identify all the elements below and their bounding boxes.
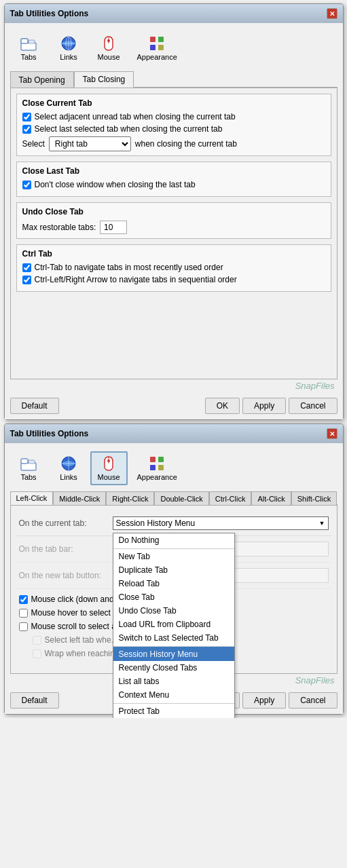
toolbar-links-label: Links — [60, 53, 77, 61]
left-click-tab[interactable]: Left-Click — [10, 491, 54, 505]
svg-rect-10 — [150, 37, 156, 42]
toolbar-1: Tabs Links — [10, 29, 337, 71]
toolbar2-links-label: Links — [60, 473, 77, 481]
svg-rect-25 — [158, 465, 164, 470]
cb4-row: Ctrl-Tab to navigate tabs in most recent… — [22, 263, 325, 272]
section-tabs-1: Tab Opening Tab Closing — [10, 71, 337, 88]
right-click-tab[interactable]: Right-Click — [106, 491, 154, 505]
cb5-checkbox[interactable] — [22, 276, 31, 284]
dropdown-item-load-url[interactable]: Load URL from Clipboard — [113, 618, 234, 631]
close-button-2[interactable]: ✕ — [327, 428, 337, 439]
tab-closing-panel: Close Current Tab Select adjacent unread… — [10, 88, 337, 379]
close-last-tab-section: Close Last Tab Don't close window when c… — [16, 162, 331, 197]
cancel-button-2[interactable]: Cancel — [289, 692, 337, 709]
select-suffix: when closing the current tab — [135, 139, 237, 149]
double-click-tab[interactable]: Double-Click — [154, 491, 208, 505]
right-tab-select[interactable]: Right tab Left tab Adjacent tab Last sel… — [49, 136, 131, 151]
toolbar-tabs-label: Tabs — [20, 53, 36, 61]
cb5-row: Ctrl-Left/Right Arrow to navigate tabs i… — [22, 275, 325, 284]
dropdown-item-session-history[interactable]: Session History Menu — [113, 646, 234, 661]
m4-label: Select left tab whe... — [45, 635, 118, 645]
cb1-checkbox[interactable] — [22, 113, 31, 121]
undo-close-tab-section: Undo Close Tab Max restorable tabs: — [16, 202, 331, 239]
mouse-icon — [101, 35, 117, 52]
dropdown-item-recently-closed[interactable]: Recently Closed Tabs — [113, 661, 234, 675]
ctrl-tab-title: Ctrl Tab — [22, 249, 325, 259]
cb3-checkbox[interactable] — [22, 181, 31, 189]
cb4-checkbox[interactable] — [22, 263, 31, 272]
undo-close-title: Undo Close Tab — [22, 207, 325, 216]
alt-click-tab[interactable]: Alt-Click — [251, 491, 291, 505]
select-row-1: Select Right tab Left tab Adjacent tab L… — [22, 136, 325, 151]
dropdown-trigger[interactable]: Session History Menu ▼ — [113, 516, 329, 530]
m1-checkbox[interactable] — [19, 595, 28, 604]
close-current-tab-section: Close Current Tab Select adjacent unread… — [16, 94, 331, 156]
window1-title: Tab Utilities Options — [10, 9, 89, 18]
shift-click-tab[interactable]: Shift-Click — [291, 491, 337, 505]
window1: Tab Utilities Options ✕ Tabs — [4, 3, 344, 420]
cb3-label: Don't close window when closing the last… — [35, 180, 196, 189]
new-tab-button-label: On the new tab button: — [19, 571, 107, 580]
toolbar-item-tabs[interactable]: Tabs — [10, 31, 48, 65]
toolbar2-mouse[interactable]: Mouse — [90, 451, 128, 485]
window2: Tab Utilities Options ✕ Tabs — [4, 423, 344, 715]
dropdown-item-list-all[interactable]: List all tabs — [113, 675, 234, 688]
dropdown-item-protect-tab[interactable]: Protect Tab — [113, 703, 234, 718]
cb1-row: Select adjacent unread tab when closing … — [22, 112, 325, 121]
dropdown-item-undo-close-tab[interactable]: Undo Close Tab — [113, 604, 234, 618]
cb5-label: Ctrl-Left/Right Arrow to navigate tabs i… — [35, 275, 237, 284]
toolbar2-tabs[interactable]: Tabs — [10, 451, 48, 485]
tab-closing-btn[interactable]: Tab Closing — [74, 71, 134, 88]
toolbar2-appearance[interactable]: Appearance — [130, 451, 184, 485]
dropdown-item-close-tab[interactable]: Close Tab — [113, 590, 234, 604]
toolbar2-tabs-label: Tabs — [20, 473, 36, 481]
max-restorable-input[interactable] — [100, 221, 127, 234]
toolbar-item-mouse[interactable]: Mouse — [90, 31, 128, 65]
appearance-icon — [149, 35, 165, 52]
cb2-row: Select last selected tab when closing th… — [22, 124, 325, 134]
cb2-label: Select last selected tab when closing th… — [35, 124, 223, 134]
svg-rect-12 — [150, 45, 156, 50]
toolbar-item-appearance[interactable]: Appearance — [130, 31, 184, 65]
select-label: Select — [22, 139, 45, 149]
cancel-button-1[interactable]: Cancel — [289, 398, 337, 414]
window1-content: Tabs Links — [5, 23, 343, 419]
links-icon — [60, 35, 77, 52]
m3-checkbox[interactable] — [19, 622, 28, 631]
toolbar-appearance-label: Appearance — [137, 53, 177, 61]
svg-rect-11 — [158, 37, 164, 42]
close-button-1[interactable]: ✕ — [327, 8, 337, 19]
toolbar-item-links[interactable]: Links — [50, 31, 88, 65]
cb4-label: Ctrl-Tab to navigate tabs in most recent… — [35, 263, 223, 272]
svg-rect-24 — [150, 465, 156, 470]
bottom-buttons-1: Default OK Apply Cancel — [10, 392, 337, 414]
m2-checkbox[interactable] — [19, 609, 28, 618]
svg-rect-13 — [158, 45, 164, 50]
apply-button-1[interactable]: Apply — [242, 398, 286, 414]
toolbar2-links[interactable]: Links — [50, 451, 88, 485]
apply-button-2[interactable]: Apply — [242, 692, 286, 709]
middle-click-tab[interactable]: Middle-Click — [53, 491, 106, 505]
dropdown-item-duplicate-tab[interactable]: Duplicate Tab — [113, 563, 234, 577]
tab-bar-label: On the tab bar: — [19, 544, 107, 554]
dropdown-item-reload-tab[interactable]: Reload Tab — [113, 577, 234, 590]
on-current-tab-row: On the current tab: Session History Menu… — [16, 511, 331, 536]
dropdown-item-new-tab[interactable]: New Tab — [113, 548, 234, 563]
dropdown-item-context-menu[interactable]: Context Menu — [113, 688, 234, 702]
cb3-row: Don't close window when closing the last… — [22, 180, 325, 189]
title-bar-1: Tab Utilities Options ✕ — [5, 4, 343, 23]
tab-opening-btn[interactable]: Tab Opening — [10, 71, 74, 88]
default-button-1[interactable]: Default — [10, 398, 59, 414]
ok-button-1[interactable]: OK — [205, 398, 240, 414]
click-tabs-header: Left-Click Middle-Click Right-Click Doub… — [10, 491, 337, 505]
svg-rect-23 — [158, 457, 164, 462]
window2-content: Tabs Links — [5, 443, 343, 714]
dropdown-item-do-nothing[interactable]: Do Nothing — [113, 533, 234, 547]
dropdown-item-switch-last[interactable]: Switch to Last Selected Tab — [113, 631, 234, 645]
svg-rect-16 — [29, 460, 35, 464]
tabs-icon — [20, 35, 37, 52]
cb2-checkbox[interactable] — [22, 125, 31, 134]
default-button-2[interactable]: Default — [10, 692, 59, 709]
ctrl-click-tab[interactable]: Ctrl-Click — [209, 491, 252, 505]
close-current-title: Close Current Tab — [22, 98, 325, 108]
